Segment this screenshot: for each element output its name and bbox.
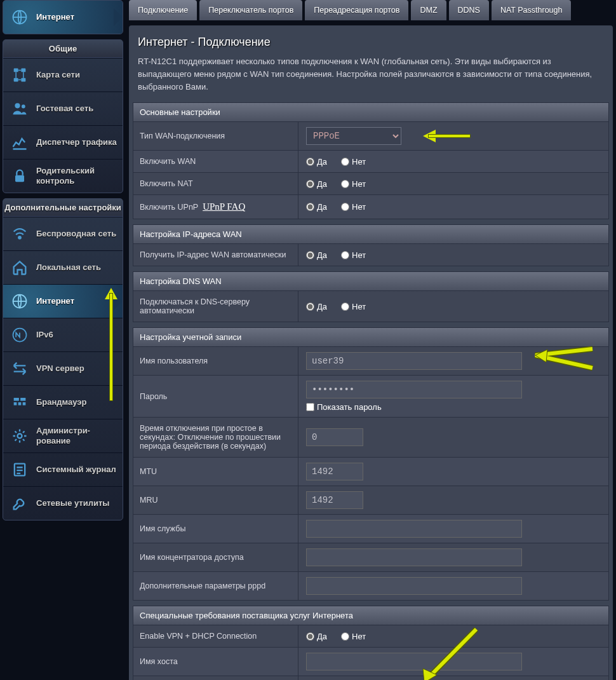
- sidebar-top-label: Интернет: [36, 12, 74, 22]
- svg-rect-12: [20, 398, 25, 401]
- wan-ip-auto-no[interactable]: [341, 251, 349, 259]
- globe-icon: [8, 7, 31, 27]
- svg-rect-2: [21, 69, 25, 72]
- tools-icon: [8, 493, 31, 513]
- svg-rect-11: [14, 398, 19, 401]
- ac-input[interactable]: [306, 548, 522, 566]
- firewall-icon: [8, 392, 31, 412]
- svg-point-6: [22, 105, 25, 109]
- enable-nat-yes[interactable]: [306, 180, 314, 188]
- dns-auto-no[interactable]: [341, 303, 349, 311]
- svg-rect-7: [15, 175, 24, 182]
- sidebar-item-lan[interactable]: Локальная сеть: [3, 250, 123, 284]
- group-basic: Основные настройки Тип WAN-подключения P…: [133, 102, 609, 219]
- sidebar-advanced-header: Дополнительные настройки: [3, 199, 123, 217]
- hostname-input[interactable]: [306, 653, 522, 670]
- group-isp: Специальные требования поставщика услуг …: [133, 606, 609, 680]
- svg-rect-13: [14, 402, 17, 405]
- service-input[interactable]: [306, 520, 522, 538]
- sidebar-item-syslog[interactable]: Системный журнал: [3, 452, 123, 486]
- globe-icon: [8, 291, 31, 311]
- svg-point-8: [18, 236, 21, 239]
- svg-rect-3: [14, 78, 18, 82]
- page-title: Интернет - Подключение: [129, 25, 613, 55]
- sidebar-item-firewall[interactable]: Брандмауэр: [3, 385, 123, 419]
- idle-input[interactable]: [306, 428, 363, 446]
- tab-port-trigger[interactable]: Переключатель портов: [199, 0, 302, 20]
- ipv6-icon: [8, 325, 31, 345]
- page-desc: RT-N12C1 поддерживает несколько типов по…: [129, 55, 613, 102]
- network-map-icon: [8, 65, 31, 85]
- group-dns: Настройка DNS WAN Подключаться к DNS-сер…: [133, 271, 609, 322]
- vpn-icon: [8, 358, 31, 379]
- show-password-checkbox[interactable]: [306, 403, 314, 411]
- password-input[interactable]: [306, 381, 522, 398]
- pppd-input[interactable]: [306, 577, 522, 595]
- vpn-dhcp-yes[interactable]: [306, 632, 314, 641]
- tab-ddns[interactable]: DDNS: [449, 0, 489, 20]
- guest-icon: [8, 99, 31, 119]
- svg-rect-4: [21, 78, 25, 82]
- dns-auto-yes[interactable]: [306, 303, 314, 311]
- svg-point-5: [15, 103, 20, 108]
- svg-rect-15: [23, 402, 26, 405]
- sidebar-item-wireless[interactable]: Беспроводная сеть: [3, 217, 123, 250]
- svg-point-16: [18, 434, 22, 439]
- sidebar-item-ipv6[interactable]: IPv6: [3, 318, 123, 351]
- group-wan-ip: Настройка IP-адреса WAN Получить IP-адре…: [133, 224, 609, 266]
- vpn-dhcp-no[interactable]: [341, 632, 349, 641]
- tabs: Подключение Переключатель портов Переадр…: [129, 0, 613, 20]
- enable-nat-no[interactable]: [341, 180, 349, 188]
- annotation-arrow-wantype: [417, 131, 474, 141]
- tab-dmz[interactable]: DMZ: [411, 0, 446, 20]
- log-icon: [8, 459, 31, 480]
- lock-icon: [8, 166, 31, 186]
- sidebar-item-vpn[interactable]: VPN сервер: [3, 351, 123, 385]
- tab-nat[interactable]: NAT Passthrough: [492, 0, 572, 20]
- enable-upnp-yes[interactable]: [306, 203, 314, 211]
- sidebar-item-tools[interactable]: Сетевые утилиты: [3, 486, 123, 520]
- gear-icon: [8, 426, 31, 446]
- enable-upnp-no[interactable]: [341, 203, 349, 211]
- wan-type-select[interactable]: PPPoE: [306, 127, 401, 145]
- sidebar-general-header: Общие: [3, 40, 123, 58]
- username-input[interactable]: [306, 352, 522, 370]
- traffic-icon: [8, 132, 31, 153]
- sidebar-item-guest[interactable]: Гостевая сеть: [3, 92, 123, 125]
- svg-rect-1: [14, 69, 18, 72]
- sidebar-item-admin[interactable]: Администри-рование: [3, 419, 123, 452]
- sidebar-item-network-map[interactable]: Карта сети: [3, 58, 123, 92]
- sidebar-item-traffic[interactable]: Диспетчер трафика: [3, 125, 123, 159]
- sidebar-item-parental[interactable]: Родительский контроль: [3, 159, 123, 193]
- wan-ip-auto-yes[interactable]: [306, 251, 314, 259]
- tab-connection[interactable]: Подключение: [129, 0, 197, 20]
- upnp-faq-link[interactable]: UPnP FAQ: [203, 201, 245, 212]
- wifi-icon: [8, 224, 31, 244]
- group-account: Настройка учетной записи Имя пользовател…: [133, 327, 609, 601]
- svg-marker-18: [535, 350, 547, 362]
- annotation-arrow-user: [519, 346, 596, 374]
- home-icon: [8, 257, 31, 278]
- mtu-input[interactable]: [306, 463, 363, 480]
- sidebar-top-internet[interactable]: Интернет: [3, 1, 123, 34]
- svg-rect-14: [18, 402, 22, 405]
- enable-wan-no[interactable]: [341, 158, 349, 166]
- tab-port-forward[interactable]: Переадресация портов: [305, 0, 408, 20]
- enable-wan-yes[interactable]: [306, 158, 314, 166]
- mru-input[interactable]: [306, 491, 363, 509]
- sidebar-item-internet[interactable]: Интернет: [3, 284, 123, 318]
